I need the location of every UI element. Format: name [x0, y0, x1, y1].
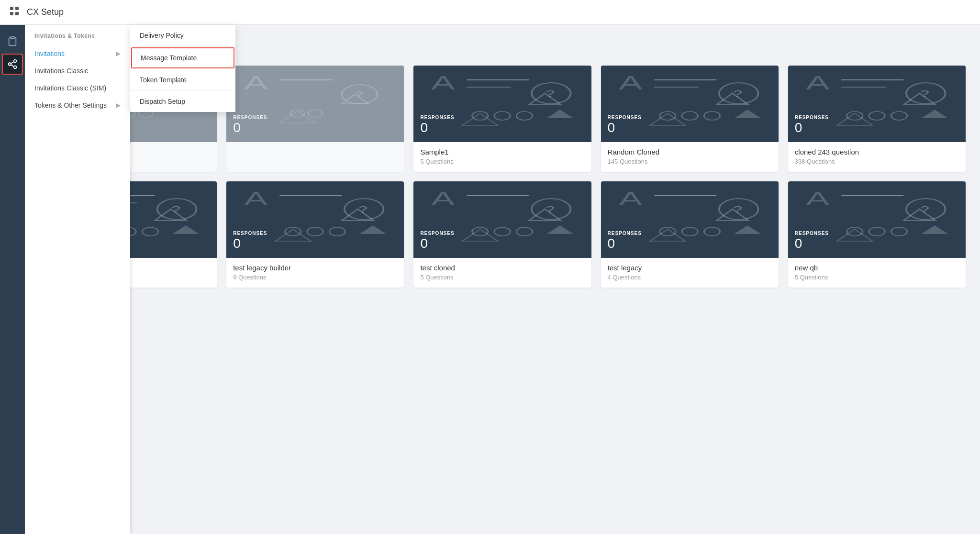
- grid-icon[interactable]: [10, 6, 19, 18]
- submenu-dispatch-setup[interactable]: Dispatch Setup: [130, 91, 235, 112]
- sidebar: [0, 25, 25, 534]
- sidebar-icon-clipboard[interactable]: [2, 31, 23, 52]
- card-questions: 4 Questions: [608, 274, 772, 281]
- responses-count: 0: [420, 120, 584, 135]
- card-questions: 5 Questions: [420, 158, 584, 165]
- inv-panel-title: Invitations & Tokens: [25, 33, 130, 45]
- svg-text:A: A: [619, 188, 643, 210]
- card-header: A ? RESPONSES 0: [413, 66, 591, 142]
- card-header: A ? RESPONSES 0: [226, 181, 404, 258]
- submenu-delivery-policy[interactable]: Delivery Policy: [130, 25, 235, 46]
- card-item[interactable]: A ? RESPONSES 0: [226, 66, 404, 172]
- invitations-item[interactable]: Invitations ▶: [25, 45, 130, 62]
- responses-count: 0: [608, 120, 772, 135]
- card-item[interactable]: A ? RESPONSES 0 Random Cloned 145 Qu: [601, 66, 779, 172]
- card-body: Random Cloned 145 Questions: [601, 142, 779, 172]
- card-header: A ? RESPONSES 0: [788, 66, 966, 142]
- card-item[interactable]: A ? RESPONSES 0 cloned 243 question: [788, 66, 966, 172]
- svg-text:A: A: [244, 72, 268, 94]
- card-item[interactable]: A ? RESPONSES 0 test legacy 4 Questions: [601, 181, 779, 288]
- card-body: [226, 142, 404, 156]
- invitations-classic-sim-item[interactable]: Invitations Classic (SIM): [25, 79, 130, 97]
- sidebar-icon-share[interactable]: [2, 54, 23, 75]
- responses-count: 0: [608, 236, 772, 251]
- responses-label: RESPONSES: [795, 231, 959, 236]
- page-title: CX Setup: [27, 7, 64, 17]
- card-name: cloned 243 question: [795, 148, 959, 156]
- card-questions: 9 Questions: [233, 274, 397, 281]
- card-body: test legacy builder 9 Questions: [226, 258, 404, 288]
- card-header: A ? RESPONSES 0: [601, 181, 779, 258]
- svg-text:A: A: [432, 188, 456, 210]
- responses-count: 0: [795, 120, 959, 135]
- card-name: Sample1: [420, 148, 584, 156]
- svg-text:A: A: [432, 72, 456, 94]
- card-item[interactable]: A ? RESPONSES 0 new qb 5 Questions: [788, 181, 966, 288]
- svg-line-8: [11, 65, 14, 67]
- card-header: A ? RESPONSES 0: [788, 181, 966, 258]
- responses-count: 0: [233, 236, 397, 251]
- card-item[interactable]: A ? RESPONSES 0 test cloned 5 Questions: [413, 181, 591, 288]
- svg-line-9: [11, 62, 14, 64]
- submenu-dropdown: Delivery Policy Message Template Token T…: [130, 25, 235, 112]
- chevron-right-icon: ▶: [116, 102, 121, 109]
- card-questions: 145 Questions: [608, 158, 772, 165]
- submenu-token-template[interactable]: Token Template: [130, 69, 235, 91]
- svg-point-7: [14, 66, 17, 69]
- card-header: A ? RESPONSES 0: [413, 181, 591, 258]
- svg-rect-3: [15, 12, 19, 15]
- responses-label: RESPONSES: [420, 115, 584, 120]
- card-name: test legacy builder: [233, 264, 397, 272]
- svg-rect-4: [11, 37, 14, 39]
- responses-label: RESPONSES: [233, 231, 397, 236]
- svg-point-6: [9, 63, 11, 66]
- svg-rect-1: [15, 7, 19, 10]
- responses-label: RESPONSES: [233, 115, 397, 120]
- responses-count: 0: [420, 236, 584, 251]
- responses-label: RESPONSES: [608, 231, 772, 236]
- responses-count: 0: [795, 236, 959, 251]
- card-body: new qb 5 Questions: [788, 258, 966, 288]
- card-header: A ? RESPONSES 0: [226, 66, 404, 142]
- svg-text:A: A: [806, 188, 830, 210]
- card-body: test cloned 5 Questions: [413, 258, 591, 288]
- card-questions: 338 Questions: [795, 158, 959, 165]
- svg-text:A: A: [806, 72, 830, 94]
- responses-count: 0: [233, 120, 397, 135]
- submenu-message-template[interactable]: Message Template: [131, 47, 234, 68]
- card-questions: 5 Questions: [795, 274, 959, 281]
- svg-text:A: A: [244, 188, 268, 210]
- card-body: cloned 243 question 338 Questions: [788, 142, 966, 172]
- card-body: Sample1 5 Questions: [413, 142, 591, 172]
- card-body: test legacy 4 Questions: [601, 258, 779, 288]
- card-header: A ? RESPONSES 0: [601, 66, 779, 142]
- card-item[interactable]: A ? RESPONSES 0 test legacy builder 9 Qu…: [226, 181, 404, 288]
- svg-point-5: [14, 60, 17, 62]
- card-name: test cloned: [420, 264, 584, 272]
- top-bar: CX Setup: [0, 0, 980, 25]
- responses-label: RESPONSES: [420, 231, 584, 236]
- invitations-panel: Invitations & Tokens Invitations ▶ Invit…: [25, 25, 130, 534]
- card-name: test legacy: [608, 264, 772, 272]
- card-name: new qb: [795, 264, 959, 272]
- svg-text:A: A: [619, 72, 643, 94]
- svg-rect-0: [10, 7, 13, 10]
- responses-label: RESPONSES: [608, 115, 772, 120]
- responses-label: RESPONSES: [795, 115, 959, 120]
- tokens-other-settings-item[interactable]: Tokens & Other Settings ▶: [25, 97, 130, 114]
- card-name: Random Cloned: [608, 148, 772, 156]
- chevron-right-icon: ▶: [116, 50, 121, 57]
- invitations-classic-item[interactable]: Invitations Classic: [25, 62, 130, 79]
- svg-rect-2: [10, 12, 13, 15]
- card-questions: 5 Questions: [420, 274, 584, 281]
- card-item[interactable]: A ? RESPONSES 0 Sample1 5 Questions: [413, 66, 591, 172]
